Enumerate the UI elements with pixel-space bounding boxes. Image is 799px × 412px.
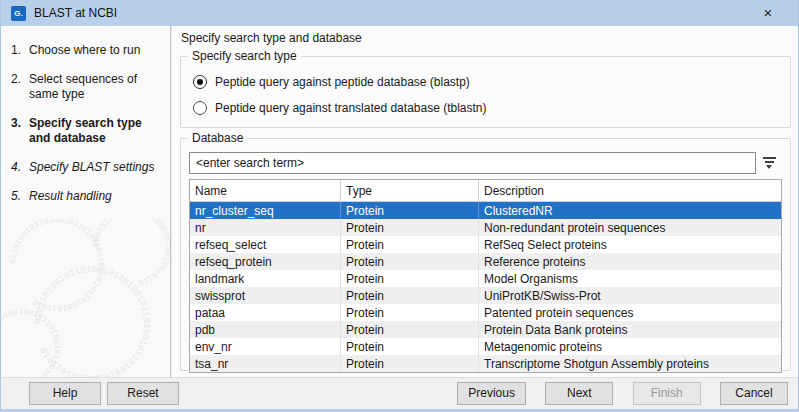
finish-button: Finish: [633, 382, 701, 405]
step-label: Specify search type and database: [29, 116, 164, 146]
column-header-type[interactable]: Type: [341, 180, 479, 201]
radio-selected-icon[interactable]: [193, 75, 207, 89]
cell-type: Protein: [341, 219, 479, 236]
cell-description: UniProtKB/Swiss-Prot: [479, 287, 781, 304]
step-number: 5.: [11, 189, 29, 204]
step-result-handling: 5. Result handling: [11, 189, 164, 204]
page-title: Specify search type and database: [181, 31, 791, 45]
step-specify-search-type-current: 3. Specify search type and database: [11, 116, 164, 146]
cell-type: Protein: [341, 202, 479, 219]
step-number: 4.: [11, 160, 29, 175]
footer-button-bar: Help Reset Previous Next Finish Cancel: [1, 377, 798, 409]
table-row-env-nr[interactable]: env_nr Protein Metagenomic proteins: [190, 338, 781, 355]
table-row-landmark[interactable]: landmark Protein Model Organisms: [190, 270, 781, 287]
radio-tblastn[interactable]: Peptide query against translated databas…: [193, 101, 782, 115]
app-icon: G.: [11, 6, 26, 21]
cell-type: Protein: [341, 304, 479, 321]
cell-description: Non-redundant protein sequences: [479, 219, 781, 236]
cell-name: pdb: [190, 321, 341, 338]
previous-button[interactable]: Previous: [457, 382, 526, 405]
table-row-pdb[interactable]: pdb Protein Protein Data Bank proteins: [190, 321, 781, 338]
step-specify-blast-settings: 4. Specify BLAST settings: [11, 160, 164, 175]
svg-text:011010010110100101101001011010: 0110100101101001011010010110100101101001…: [8, 219, 106, 313]
search-type-group-label: Specify search type: [188, 49, 301, 64]
table-row-nr[interactable]: nr Protein Non-redundant protein sequenc…: [190, 219, 781, 236]
step-number: 1.: [11, 43, 29, 58]
cell-name: pataa: [190, 304, 341, 321]
table-row-tsa-nr[interactable]: tsa_nr Protein Transcriptome Shotgun Ass…: [190, 355, 781, 372]
cell-name: nr_cluster_seq: [190, 202, 341, 219]
cell-type: Protein: [341, 287, 479, 304]
cell-description: Protein Data Bank proteins: [479, 321, 781, 338]
cell-description: ClusteredNR: [479, 202, 781, 219]
radio-tblastn-label: Peptide query against translated databas…: [215, 101, 487, 115]
table-row-pataa[interactable]: pataa Protein Patented protein sequences: [190, 304, 781, 321]
step-label: Choose where to run: [29, 43, 164, 58]
filter-icon[interactable]: [756, 152, 782, 174]
window-title: BLAST at NCBI: [34, 6, 117, 20]
search-type-groupbox: Specify search type Peptide query agains…: [180, 56, 791, 128]
step-select-sequences: 2. Select sequences of same type: [11, 72, 164, 102]
binary-spiral-watermark: 0110100101101001011010010110100101101001…: [1, 219, 171, 377]
wizard-steps-sidebar: 1. Choose where to run 2. Select sequenc…: [1, 26, 171, 377]
step-choose-where-to-run: 1. Choose where to run: [11, 43, 164, 58]
reset-button[interactable]: Reset: [107, 382, 179, 405]
cell-description: Metagenomic proteins: [479, 338, 781, 355]
step-label: Select sequences of same type: [29, 72, 164, 102]
next-button[interactable]: Next: [545, 382, 613, 405]
cell-type: Protein: [341, 355, 479, 372]
table-row-refseq-select[interactable]: refseq_select Protein RefSeq Select prot…: [190, 236, 781, 253]
title-bar: G. BLAST at NCBI ×: [1, 0, 798, 26]
cell-type: Protein: [341, 321, 479, 338]
cell-name: landmark: [190, 270, 341, 287]
cell-description: Reference proteins: [479, 253, 781, 270]
svg-text:1010010110100101101001011010: 1010010110100101101001011010: [1, 307, 62, 377]
cell-description: Patented protein sequences: [479, 304, 781, 321]
radio-unselected-icon[interactable]: [193, 101, 207, 115]
cell-name: refseq_protein: [190, 253, 341, 270]
cell-type: Protein: [341, 270, 479, 287]
radio-blastp[interactable]: Peptide query against peptide database (…: [193, 75, 782, 89]
cell-name: swissprot: [190, 287, 341, 304]
table-header-row: Name Type Description: [190, 180, 781, 202]
database-search-input[interactable]: [189, 152, 756, 174]
step-label: Specify BLAST settings: [29, 160, 164, 175]
column-header-description[interactable]: Description: [479, 180, 781, 201]
database-table: Name Type Description nr_cluster_seq Pro…: [189, 179, 782, 373]
cell-name: refseq_select: [190, 236, 341, 253]
step-label: Result handling: [29, 189, 164, 204]
cell-description: Transcriptome Shotgun Assembly proteins: [479, 355, 781, 372]
cell-description: RefSeq Select proteins: [479, 236, 781, 253]
wizard-main-panel: Specify search type and database Specify…: [171, 26, 798, 377]
table-row-refseq-protein[interactable]: refseq_protein Protein Reference protein…: [190, 253, 781, 270]
cell-type: Protein: [341, 253, 479, 270]
step-number: 2.: [11, 72, 29, 102]
cell-name: nr: [190, 219, 341, 236]
radio-blastp-label: Peptide query against peptide database (…: [215, 75, 470, 89]
cancel-button[interactable]: Cancel: [720, 382, 788, 405]
table-row-swissprot[interactable]: swissprot Protein UniProtKB/Swiss-Prot: [190, 287, 781, 304]
step-number: 3.: [11, 116, 29, 146]
cell-name: tsa_nr: [190, 355, 341, 372]
column-header-name[interactable]: Name: [190, 180, 341, 201]
cell-description: Model Organisms: [479, 270, 781, 287]
cell-type: Protein: [341, 338, 479, 355]
blast-wizard-dialog: G. BLAST at NCBI × 1. Choose where to ru…: [0, 0, 799, 412]
table-row-nr-cluster-seq[interactable]: nr_cluster_seq Protein ClusteredNR: [190, 202, 781, 219]
help-button[interactable]: Help: [29, 382, 101, 405]
close-icon[interactable]: ×: [754, 0, 782, 26]
database-group-label: Database: [188, 131, 247, 146]
database-groupbox: Database Name Type Description nr_cluste…: [180, 138, 791, 371]
cell-type: Protein: [341, 236, 479, 253]
cell-name: env_nr: [190, 338, 341, 355]
